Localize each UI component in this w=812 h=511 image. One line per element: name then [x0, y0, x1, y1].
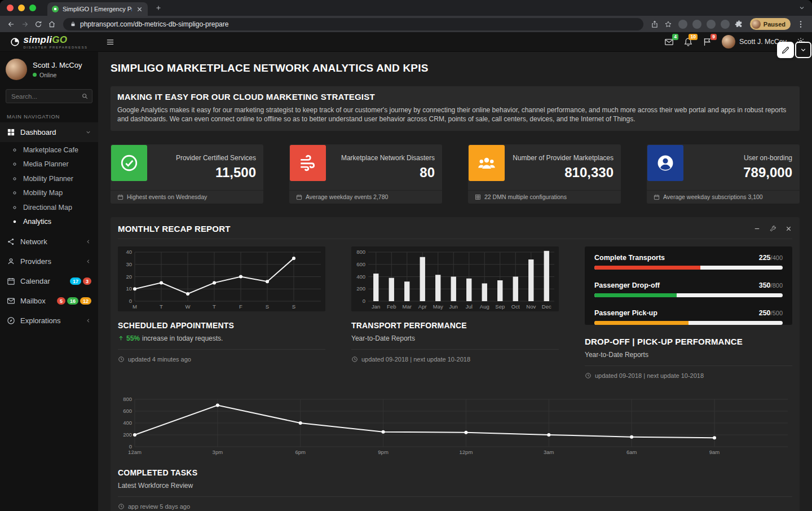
sidebar-item-mobility-map[interactable]: Mobility Map	[0, 186, 98, 201]
online-dot	[33, 73, 37, 77]
sidebar-item-providers[interactable]: Providers	[0, 252, 98, 271]
kpi-label: Marketplace Network Disasters	[341, 154, 435, 162]
calendar-icon	[296, 194, 302, 200]
progress-item: Passenger Drop-off 350 800	[594, 281, 783, 297]
browser-menu-icon[interactable]	[796, 20, 805, 29]
messages-button[interactable]: 4	[664, 37, 674, 47]
sidebar-search-input[interactable]	[6, 89, 92, 103]
panel-subtitle: Latest Workforce Review	[118, 482, 792, 490]
tab-search-chevron-icon[interactable]	[798, 5, 805, 11]
profile-paused-badge[interactable]: Paused	[750, 18, 791, 30]
wrench-icon[interactable]	[769, 225, 776, 232]
pencil-icon	[781, 46, 790, 55]
kpi-label: Provider Certified Services	[176, 154, 256, 162]
svg-text:30: 30	[126, 261, 132, 267]
check-circle-icon	[111, 145, 147, 181]
chevron-down-icon	[800, 46, 807, 54]
transport-chart: 0200400600800JanFebMarAprMayJunJulAugSep…	[351, 246, 559, 311]
kpi-footer: 22 DMN multiple configurations	[468, 190, 621, 204]
kpi-value: 789,000	[743, 165, 792, 180]
kpi-value: 11,500	[176, 165, 256, 180]
sidebar-item-marketplace-cafe[interactable]: Marketplace Cafe	[0, 143, 98, 157]
extension-icon[interactable]	[707, 20, 716, 29]
back-icon	[7, 20, 15, 28]
search-icon[interactable]	[81, 92, 89, 100]
address-bar[interactable]: phptransport.com/db-metrics-db-simpligo-…	[63, 18, 643, 30]
intro-heading: MAKING IT EASY FOR OUR CLOUD MARKETING S…	[117, 92, 793, 102]
sidebar: Scott J. McCoy Online MAIN NAVIGATION Da…	[0, 52, 98, 511]
sidebar-item-calendar[interactable]: Calendar 17 3	[0, 271, 98, 291]
updated-row: app review 5 days ago	[118, 503, 792, 510]
circle-icon	[12, 205, 17, 210]
svg-text:6am: 6am	[626, 449, 637, 455]
minimize-window-button[interactable]	[18, 5, 25, 11]
wind-icon	[290, 145, 326, 181]
chevron-left-icon	[85, 239, 91, 245]
svg-text:6pm: 6pm	[295, 449, 306, 455]
clock-icon	[585, 372, 592, 379]
svg-text:9am: 9am	[709, 449, 720, 455]
svg-text:May: May	[433, 303, 443, 310]
browser-tab[interactable]: SimpliGO | Emergency Prepare	[47, 2, 148, 16]
extension-icon[interactable]	[721, 20, 730, 29]
edit-overlay-button[interactable]	[777, 42, 794, 58]
sidebar-item-mobility-planner[interactable]: Mobility Planner	[0, 171, 98, 186]
forward-button[interactable]	[18, 17, 32, 31]
svg-text:Jul: Jul	[466, 303, 473, 310]
divider	[118, 496, 792, 497]
dropdown-overlay-button[interactable]	[795, 42, 811, 58]
kpi-card-provider-marketplaces: Number of Provider Marketplaces 810,330 …	[468, 144, 621, 204]
circle-icon	[12, 176, 17, 182]
sidebar-user-panel: Scott J. McCoy Online	[0, 52, 98, 82]
lock-icon	[70, 21, 76, 27]
sidebar-item-dashboard[interactable]: Dashboard	[0, 122, 98, 142]
tasks-button[interactable]: 9	[703, 37, 712, 47]
extensions-puzzle-icon[interactable]	[735, 20, 743, 28]
sidebar-item-media-planner[interactable]: Media Planner	[0, 157, 98, 172]
close-icon[interactable]	[785, 225, 792, 232]
extension-icon[interactable]	[678, 20, 687, 29]
svg-text:800: 800	[356, 249, 365, 255]
sidebar-toggle-button[interactable]	[98, 32, 122, 51]
home-button[interactable]	[45, 17, 59, 31]
extension-icon[interactable]	[692, 20, 701, 29]
svg-text:10: 10	[126, 285, 132, 292]
chevron-down-icon	[85, 129, 91, 135]
sidebar-user-status: Online	[33, 72, 82, 78]
svg-text:Oct: Oct	[511, 303, 520, 310]
notifications-button[interactable]: 10	[683, 37, 693, 47]
svg-text:Feb: Feb	[387, 303, 396, 310]
svg-text:12pm: 12pm	[460, 449, 473, 455]
share-button[interactable]	[648, 17, 661, 31]
extensions-area	[678, 20, 743, 29]
brand-logo[interactable]: simpliGO disaster preparedness	[0, 32, 98, 51]
tab-favicon	[52, 6, 59, 12]
sidebar-item-explorations[interactable]: Explorations	[0, 311, 98, 331]
sidebar-item-mailbox[interactable]: Mailbox 5 16 12	[0, 291, 98, 311]
envelope-icon	[7, 297, 15, 305]
svg-text:600: 600	[356, 261, 365, 267]
svg-text:0: 0	[129, 298, 132, 304]
daily-traffic-chart: 020040060080012am3pm6pm9pm12pm3am6am9am	[118, 394, 792, 457]
back-button[interactable]	[5, 17, 18, 31]
tab-close-icon[interactable]	[136, 6, 143, 13]
svg-text:200: 200	[123, 431, 132, 438]
sidebar-item-directional-map[interactable]: Directional Map	[0, 200, 98, 215]
home-icon	[48, 20, 56, 28]
main-content: SIMPLIGO MARKETPLACE NETWORK ANALYTICS A…	[98, 52, 812, 511]
bookmark-button[interactable]	[661, 17, 675, 31]
collapse-icon[interactable]	[753, 225, 761, 232]
kpi-value: 810,330	[513, 165, 614, 180]
nav-section-label: MAIN NAVIGATION	[7, 113, 91, 120]
sidebar-item-network[interactable]: Network	[0, 232, 98, 252]
sidebar-item-analytics[interactable]: Analytics	[0, 215, 98, 230]
maximize-window-button[interactable]	[29, 5, 36, 11]
network-icon	[7, 237, 15, 246]
progress-fill	[594, 293, 677, 297]
progress-track	[594, 321, 783, 325]
new-tab-button[interactable]	[152, 2, 165, 14]
reload-button[interactable]	[32, 17, 45, 31]
close-window-button[interactable]	[7, 5, 14, 11]
chevron-left-icon	[85, 258, 91, 265]
section-title: MONTHLY RECAP REPORT	[118, 224, 231, 234]
